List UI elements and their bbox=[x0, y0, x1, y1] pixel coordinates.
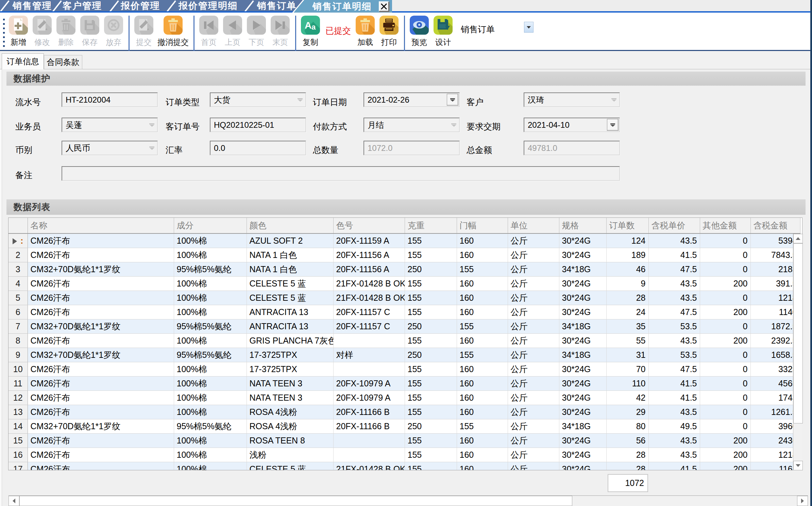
table-row[interactable]: 4CM26汗布100%棉CELESTE 5 蓝21FX-01428 B OK15… bbox=[9, 276, 800, 291]
cell-含税单价[interactable]: 47.5 bbox=[648, 362, 700, 376]
cell-规格[interactable]: 34*18G bbox=[559, 262, 606, 276]
cell-成分[interactable]: 100%棉 bbox=[174, 333, 247, 348]
vertical-scroll-thumb[interactable] bbox=[793, 243, 803, 423]
cell-门幅[interactable]: 160 bbox=[457, 405, 508, 419]
cell-克重[interactable]: 250 bbox=[405, 262, 457, 276]
table-row[interactable]: 9CM32+70D氨纶1*1罗纹95%棉5%氨纶17-3725TPX对样2501… bbox=[9, 348, 800, 362]
cell-成分[interactable]: 100%棉 bbox=[174, 433, 247, 448]
row-number-cell[interactable]: : bbox=[9, 233, 28, 248]
cell-色号[interactable]: 20FX-11156 A bbox=[333, 262, 405, 276]
cell-含税单价[interactable]: 49.5 bbox=[648, 419, 700, 433]
horizontal-scrollbar[interactable] bbox=[9, 495, 808, 506]
cell-单位[interactable]: 公斤 bbox=[508, 448, 559, 462]
row-number-cell[interactable]: 6 bbox=[9, 305, 28, 319]
cell-色号[interactable] bbox=[333, 448, 405, 462]
cell-色号[interactable]: 20FX-10979 A bbox=[333, 390, 405, 405]
cell-成分[interactable]: 95%棉5%氨纶 bbox=[174, 319, 247, 333]
cell-颜色[interactable]: GRIS PLANCHA 7灰色 bbox=[247, 333, 333, 348]
cell-单位[interactable]: 公斤 bbox=[508, 348, 559, 362]
cell-订单数[interactable]: 35 bbox=[606, 319, 648, 333]
cell-名称[interactable]: CM26汗布 bbox=[28, 248, 174, 262]
cell-单位[interactable]: 公斤 bbox=[508, 419, 559, 433]
cell-规格[interactable]: 30*24G bbox=[559, 448, 606, 462]
cell-名称[interactable]: CM26汗布 bbox=[28, 233, 174, 248]
scroll-left-button[interactable] bbox=[9, 496, 19, 506]
cell-颜色[interactable]: 浅粉 bbox=[247, 448, 333, 462]
table-row[interactable]: 16CM26汗布100%棉浅粉155160公斤30*24G2843.520012… bbox=[9, 448, 800, 462]
cell-颜色[interactable]: CELESTE 5 蓝 bbox=[247, 462, 333, 470]
cell-颜色[interactable]: ROSA TEEN 8 bbox=[247, 433, 333, 448]
cell-名称[interactable]: CM32+70D氨纶1*1罗纹 bbox=[28, 319, 174, 333]
table-row[interactable]: 13CM26汗布100%棉ROSA 4浅粉20FX-11166 B155160公… bbox=[9, 405, 800, 419]
cell-订单数[interactable]: 24 bbox=[606, 305, 648, 319]
report-dropdown-button[interactable] bbox=[524, 22, 534, 33]
cell-颜色[interactable]: ANTRACITA 13 bbox=[247, 305, 333, 319]
cell-成分[interactable]: 100%棉 bbox=[174, 376, 247, 390]
cell-订单数[interactable]: 31 bbox=[606, 348, 648, 362]
page-tab-1[interactable]: 订单信息 bbox=[2, 53, 44, 69]
row-number-cell[interactable]: 14 bbox=[9, 419, 28, 433]
cell-克重[interactable]: 155 bbox=[405, 248, 457, 262]
table-row[interactable]: :CM26汗布100%棉AZUL SOFT 220FX-11159 A15516… bbox=[9, 233, 800, 248]
toolbar-button-新增[interactable]: 新增 bbox=[8, 16, 29, 47]
cell-其他金额[interactable]: 0 bbox=[700, 262, 750, 276]
cell-名称[interactable]: CM32+70D氨纶1*1罗纹 bbox=[28, 262, 174, 276]
cell-色号[interactable] bbox=[333, 362, 405, 376]
cell-色号[interactable]: 20FX-11159 A bbox=[333, 233, 405, 248]
cell-克重[interactable]: 250 bbox=[405, 419, 457, 433]
scroll-right-button[interactable] bbox=[797, 496, 808, 506]
cell-单位[interactable]: 公斤 bbox=[508, 262, 559, 276]
cell-订单数[interactable]: 9 bbox=[606, 276, 648, 291]
table-row[interactable]: 12CM26汗布100%棉NATA TEEN 320FX-10979 A1551… bbox=[9, 390, 800, 405]
cell-克重[interactable]: 155 bbox=[405, 291, 457, 305]
row-number-cell[interactable]: 15 bbox=[9, 433, 28, 448]
cell-门幅[interactable]: 160 bbox=[457, 305, 508, 319]
cell-规格[interactable]: 30*24G bbox=[559, 305, 606, 319]
cell-色号[interactable]: 20FX-11157 C bbox=[333, 319, 405, 333]
cell-订单数[interactable]: 28 bbox=[606, 291, 648, 305]
cell-含税单价[interactable]: 43.5 bbox=[648, 276, 700, 291]
cell-其他金额[interactable]: 200 bbox=[700, 276, 750, 291]
column-header-克重[interactable]: 克重 bbox=[405, 218, 457, 233]
cell-单位[interactable]: 公斤 bbox=[508, 362, 559, 376]
cell-订单数[interactable]: 70 bbox=[606, 362, 648, 376]
cell-成分[interactable]: 100%棉 bbox=[174, 305, 247, 319]
cell-含税单价[interactable]: 41.5 bbox=[648, 390, 700, 405]
grid-vertical-scrollbar[interactable] bbox=[793, 234, 802, 470]
cell-克重[interactable]: 155 bbox=[405, 333, 457, 348]
cell-成分[interactable]: 95%棉5%氨纶 bbox=[174, 262, 247, 276]
row-number-cell[interactable]: 8 bbox=[9, 333, 28, 348]
cell-单位[interactable]: 公斤 bbox=[508, 462, 559, 470]
cell-门幅[interactable]: 160 bbox=[457, 448, 508, 462]
cell-颜色[interactable]: ROSA 4浅粉 bbox=[247, 419, 333, 433]
cell-克重[interactable]: 155 bbox=[405, 376, 457, 390]
form-field-要求交期[interactable]: 2021-04-10 bbox=[524, 118, 620, 132]
cell-含税单价[interactable]: 43.5 bbox=[648, 405, 700, 419]
cell-含税单价[interactable]: 43.5 bbox=[648, 448, 700, 462]
document-tab-2[interactable]: 客户管理 bbox=[58, 0, 106, 11]
form-field-币别[interactable]: 人民币 bbox=[62, 141, 158, 155]
column-header-含税单价[interactable]: 含税单价 bbox=[648, 218, 700, 233]
cell-颜色[interactable]: NATA 1 白色 bbox=[247, 248, 333, 262]
page-tab-2[interactable]: 合同条款 bbox=[44, 55, 82, 69]
toolbar-button-撤消提交[interactable]: 撤消提交 bbox=[157, 16, 189, 47]
cell-订单数[interactable]: 124 bbox=[606, 233, 648, 248]
form-field-客订单号[interactable]: HQ20210225-01 bbox=[210, 118, 306, 132]
cell-含税单价[interactable]: 47.5 bbox=[648, 305, 700, 319]
cell-门幅[interactable]: 155 bbox=[457, 319, 508, 333]
cell-色号[interactable]: 20FX-10979 A bbox=[333, 376, 405, 390]
cell-色号[interactable]: 20FX-11166 B bbox=[333, 405, 405, 419]
table-row[interactable]: 15CM26汗布100%棉ROSA TEEN 8155160公斤30*24G56… bbox=[9, 433, 800, 448]
cell-色号[interactable]: 对样 bbox=[333, 348, 405, 362]
tab-close-button[interactable] bbox=[379, 1, 389, 12]
column-header-成分[interactable]: 成分 bbox=[174, 218, 247, 233]
cell-含税单价[interactable]: 43.5 bbox=[648, 233, 700, 248]
cell-其他金额[interactable]: 0 bbox=[700, 419, 750, 433]
cell-克重[interactable]: 250 bbox=[405, 319, 457, 333]
form-field-汇率[interactable]: 0.0 bbox=[210, 141, 306, 155]
toolbar-grip-handle[interactable] bbox=[3, 19, 5, 20]
form-field-订单日期[interactable]: 2021-02-26 bbox=[363, 92, 460, 107]
cell-含税单价[interactable]: 53.5 bbox=[648, 348, 700, 362]
cell-订单数[interactable]: 80 bbox=[606, 419, 648, 433]
cell-规格[interactable]: 30*24G bbox=[559, 276, 606, 291]
